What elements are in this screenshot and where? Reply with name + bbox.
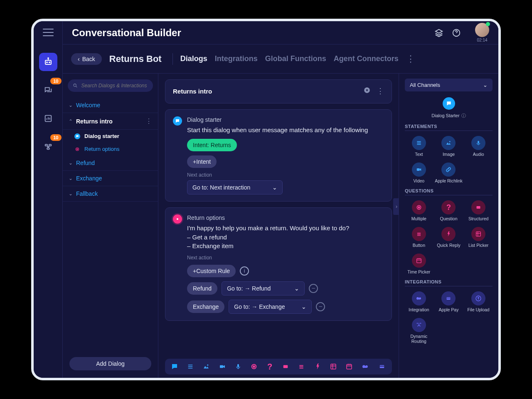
search-input[interactable] [81, 83, 148, 89]
palette-dialog-starter[interactable]: Dialog Starter ⓘ [405, 97, 493, 119]
tb-timepicker-icon[interactable] [345, 362, 353, 371]
svg-rect-20 [331, 364, 336, 369]
svg-point-1 [47, 62, 47, 63]
tab-global-functions[interactable]: Global Functions [265, 54, 326, 63]
tb-structured-icon[interactable] [282, 362, 289, 371]
expand-handle[interactable]: › [393, 198, 399, 215]
palette-label: File Upload [468, 307, 490, 312]
remove-rule-icon[interactable]: − [309, 284, 318, 293]
rule-target-select[interactable]: Go to: → Refund ⌄ [222, 281, 305, 296]
rule-label[interactable]: Exchange [187, 300, 224, 313]
palette-label: Question [440, 216, 457, 221]
tb-chat-icon[interactable] [171, 362, 178, 371]
tb-question-icon[interactable]: ? [266, 362, 273, 371]
interaction-row-dialog-starter[interactable]: Dialog starter [74, 130, 158, 143]
chevron-down-icon: ⌄ [69, 175, 73, 181]
info-icon[interactable]: i [240, 266, 249, 276]
dialog-row-exchange[interactable]: ⌄ Exchange [63, 171, 158, 186]
tb-button-icon[interactable] [298, 362, 305, 371]
remove-rule-icon[interactable]: − [316, 302, 325, 311]
hamburger-menu-icon[interactable] [43, 29, 54, 36]
tb-multiple-icon[interactable] [250, 362, 258, 371]
palette-section-statements: STATEMENTS [405, 124, 493, 131]
tb-quickreply-icon[interactable] [314, 362, 321, 371]
dialog-row-kebab-icon[interactable]: ⋮ [145, 117, 152, 125]
layers-icon[interactable] [433, 27, 444, 38]
card-icon [441, 291, 456, 305]
palette-item-quickreply[interactable]: Quick Reply [435, 225, 463, 249]
return-options-node[interactable]: Return options I'm happy to help you mak… [165, 207, 392, 321]
add-intent-button[interactable]: +Intent [187, 155, 217, 168]
chevron-down-icon: ⌄ [301, 303, 306, 310]
palette-label: Structured [468, 216, 488, 221]
avatar[interactable] [475, 23, 489, 37]
search-input-wrapper[interactable] [68, 79, 153, 92]
tb-applepay-icon[interactable] [378, 362, 386, 371]
palette-item-richlink[interactable]: Apple Richlink [435, 161, 463, 185]
tab-integrations[interactable]: Integrations [215, 54, 258, 63]
help-icon[interactable] [451, 27, 462, 38]
workspace: Conversational Builder 02:14 ‹ Back Retu… [63, 21, 498, 378]
rail-analytics[interactable] [39, 109, 57, 128]
rule-target-select[interactable]: Go to: → Exchange ⌄ [229, 300, 312, 314]
palette-item-fileupload[interactable]: File Upload [464, 290, 493, 314]
dialog-row-welcome[interactable]: ⌄ Welcome [63, 98, 158, 113]
palette-item-question[interactable]: ?Question [435, 199, 463, 223]
session-timer: 02:14 [477, 38, 487, 42]
dialog-starter-node[interactable]: Dialog starter Start this dialog when us… [165, 109, 392, 202]
kebab-icon[interactable]: ⋮ [377, 86, 384, 96]
cloud-icon [412, 291, 426, 305]
intent-chip[interactable]: Intent: Returns [187, 139, 237, 151]
tb-text-icon[interactable] [187, 362, 194, 371]
close-circle-icon[interactable] [363, 86, 371, 96]
palette-item-listpicker[interactable]: List Picker [464, 225, 493, 249]
rail-conversations[interactable]: 10 [39, 81, 57, 99]
info-icon[interactable]: ⓘ [461, 113, 466, 119]
palette-item-applepay[interactable]: Apple Pay [435, 290, 463, 314]
palette-item-audio[interactable]: Audio [464, 134, 493, 158]
dialog-row-refund[interactable]: ⌄ Refund [63, 155, 158, 171]
subheader-kebab-icon[interactable]: ⋮ [406, 54, 415, 64]
rule-label[interactable]: Refund [187, 282, 217, 295]
palette-item-structured[interactable]: Structured [464, 199, 493, 223]
palette-item-image[interactable]: Image [435, 134, 463, 158]
svg-rect-23 [380, 366, 384, 367]
chat-bubbles-icon [44, 86, 53, 95]
tab-agent-connectors[interactable]: Agent Connectors [334, 54, 399, 63]
add-dialog-button[interactable]: Add Dialog [69, 357, 151, 370]
palette-label: Audio [473, 152, 484, 157]
add-custom-rule-button[interactable]: +Custom Rule [187, 265, 236, 277]
target-icon [74, 146, 80, 152]
chevron-down-icon: ⌄ [272, 184, 277, 191]
palette-item-video[interactable]: Video [405, 161, 433, 185]
tab-dialogs[interactable]: Dialogs [180, 54, 207, 63]
svg-point-14 [207, 365, 209, 366]
channel-select[interactable]: All Channels ⌄ [405, 79, 493, 91]
palette-label: Integration [409, 307, 429, 312]
dialog-row-returns-intro[interactable]: ⌃ Returns intro ⋮ [63, 113, 158, 130]
tb-integration-icon[interactable] [361, 362, 369, 371]
svg-rect-25 [478, 141, 479, 144]
palette-item-button[interactable]: Button [405, 225, 433, 249]
palette-item-text[interactable]: Text [405, 134, 433, 158]
flows-badge: 10 [50, 134, 61, 141]
top-header: Conversational Builder 02:14 [63, 21, 498, 44]
dialog-row-fallback[interactable]: ⌄ Fallback [63, 186, 158, 202]
tb-image-icon[interactable] [202, 362, 210, 371]
palette-item-timepicker[interactable]: Time Picker [405, 252, 433, 276]
tb-audio-icon[interactable] [234, 362, 242, 371]
palette-section-questions: QUESTIONS [405, 188, 493, 195]
back-button[interactable]: ‹ Back [71, 53, 102, 65]
tb-video-icon[interactable] [219, 362, 226, 371]
rail-bot-builder[interactable] [39, 53, 57, 71]
timepicker-icon [412, 254, 426, 268]
palette-item-dynamicrouting[interactable]: Dynamic Routing [405, 316, 433, 345]
palette-item-multiple[interactable]: Multiple [405, 199, 433, 223]
interaction-row-return-options[interactable]: Return options [74, 143, 158, 155]
next-action-select[interactable]: Go to: Next interaction ⌄ [187, 180, 283, 195]
palette-item-integration[interactable]: Integration [405, 290, 433, 314]
palette-label: List Picker [468, 243, 488, 248]
tb-listpicker-icon[interactable] [330, 362, 337, 371]
rail-flows[interactable]: 10 [39, 138, 57, 156]
palette-label: Video [413, 178, 424, 183]
